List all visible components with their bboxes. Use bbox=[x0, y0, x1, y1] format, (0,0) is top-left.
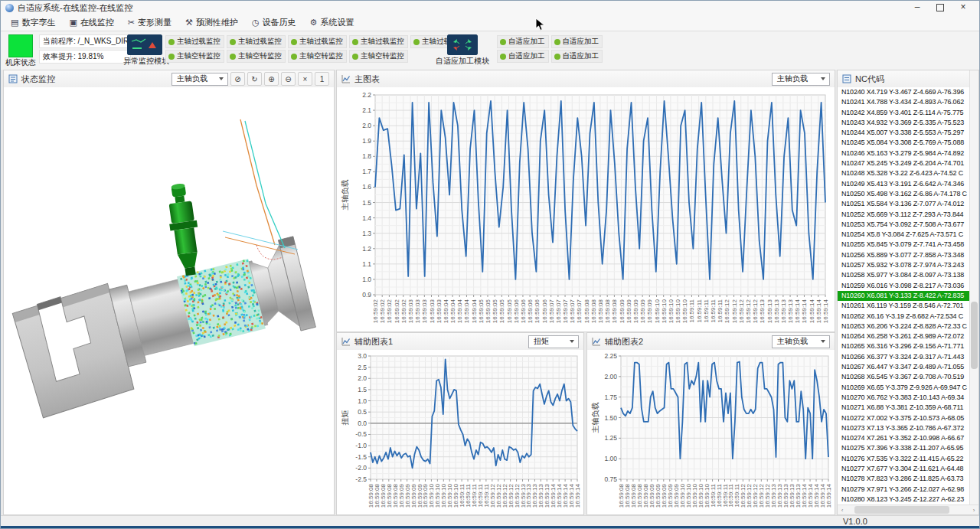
aux-chart2-canvas[interactable]: 0.751.001.251.501.752.002.2516:59:0816:5… bbox=[587, 350, 835, 514]
adaptive-machining-button[interactable]: 自适应加工 bbox=[497, 35, 549, 48]
nc-line[interactable]: N10261 X6.119 Y-3.159 Z-8.546 A-72.701 bbox=[838, 301, 978, 311]
nc-line[interactable]: N10251 X5.584 Y-3.136 Z-7.077 A-74.012 bbox=[838, 199, 978, 209]
scroll-track[interactable] bbox=[847, 505, 969, 514]
nc-line[interactable]: N10242 X4.859 Y-3.401 Z-5.114 A-75.775 bbox=[838, 108, 978, 118]
adaptive-machining-label: 自适应加工 bbox=[563, 37, 599, 47]
menu-item-system-settings[interactable]: ⚙系统设置 bbox=[303, 15, 361, 30]
svg-text:16:59:12: 16:59:12 bbox=[731, 299, 738, 323]
nc-line[interactable]: N10263 X6.206 Y-3.224 Z-8.828 A-72.33 C bbox=[838, 322, 978, 331]
reset-view-icon[interactable]: ↻ bbox=[247, 72, 262, 86]
restore-button[interactable] bbox=[929, 0, 952, 15]
svg-text:2.25: 2.25 bbox=[604, 352, 617, 360]
aux-chart1-signal-select[interactable]: 扭矩 bbox=[528, 335, 579, 348]
nc-line[interactable]: N10247 X5.245 Y-3.249 Z-6.204 A-74.701 bbox=[838, 158, 978, 168]
nc-line[interactable]: N10256 X5.889 Y-3.077 Z-7.858 A-73.348 bbox=[838, 250, 978, 260]
menu-item-deformation-measure[interactable]: ✂变形测量 bbox=[121, 15, 178, 30]
nc-line[interactable]: N10258 X5.977 Y-3.084 Z-8.097 A-73.138 bbox=[838, 270, 978, 280]
svg-text:16:59:04: 16:59:04 bbox=[449, 299, 456, 323]
nc-line[interactable]: N10264 X6.258 Y-3.261 Z-8.989 A-72.072 bbox=[838, 331, 978, 341]
spindle-idle-monitor-button[interactable]: 主轴空转监控 bbox=[288, 50, 347, 63]
spindle-idle-monitor-label: 主轴空转监控 bbox=[177, 51, 220, 61]
svg-text:2.5: 2.5 bbox=[358, 364, 367, 371]
nc-line[interactable]: N10253 X5.754 Y-3.092 Z-7.508 A-73.677 bbox=[838, 220, 978, 230]
minimize-button[interactable]: – bbox=[906, 0, 929, 15]
scrollbar-thumb[interactable] bbox=[971, 302, 978, 369]
nc-line[interactable]: N10272 X7.002 Y-3.375 Z-10.573 A-68.05 bbox=[838, 413, 978, 423]
nc-code-list[interactable]: N10240 X4.719 Y-3.467 Z-4.669 A-76.396N1… bbox=[838, 87, 978, 505]
scroll-right-arrow[interactable]: › bbox=[969, 507, 978, 514]
nc-line[interactable]: N10262 X6.16 Y-3.19 Z-8.682 A-72.534 C bbox=[838, 312, 978, 322]
abnormal-monitor-module[interactable]: 异常监控模块 bbox=[123, 34, 166, 67]
status-panel-header: 状态监控 主轴负载 ⊘↻⊕⊖×1 bbox=[4, 70, 334, 88]
nc-line[interactable]: N10241 X4.788 Y-3.434 Z-4.893 A-76.062 bbox=[838, 97, 978, 107]
svg-text:16:59:09: 16:59:09 bbox=[639, 299, 646, 323]
adaptive-machining-module[interactable]: 自适应加工模块 bbox=[434, 34, 491, 67]
nc-line[interactable]: N10246 X5.163 Y-3.279 Z-5.984 A-74.892 bbox=[838, 149, 978, 158]
nc-line[interactable]: N10249 X5.413 Y-3.191 Z-6.642 A-74.346 bbox=[838, 179, 978, 189]
nc-line[interactable]: N10279 X7.971 Y-3.266 Z-12.027 A-62.98 bbox=[838, 485, 978, 495]
adaptive-machining-button[interactable]: 自适应加工 bbox=[497, 50, 549, 63]
main-chart-signal-select[interactable]: 主轴负载 bbox=[772, 73, 830, 86]
nc-line[interactable]: N10270 X6.762 Y-3.383 Z-10.143 A-69.34 bbox=[838, 393, 978, 403]
chevron-down-icon bbox=[570, 340, 574, 343]
spindle-idle-monitor-button[interactable]: 主轴空转监控 bbox=[349, 50, 408, 63]
main-chart-canvas[interactable]: 0.91.01.11.21.31.41.51.61.71.81.92.02.12… bbox=[337, 87, 835, 331]
menu-item-online-monitor[interactable]: ▣在线监控 bbox=[62, 15, 120, 30]
nc-line[interactable]: N10276 X7.535 Y-3.322 Z-11.415 A-65.22 bbox=[838, 454, 978, 464]
nc-horizontal-scrollbar[interactable]: ‹ › bbox=[838, 505, 978, 514]
nc-line[interactable]: N10267 X6.447 Y-3.347 Z-9.489 A-71.055 bbox=[838, 362, 978, 372]
menu-item-digital-twin[interactable]: ▤数字孪生 bbox=[4, 15, 62, 30]
nc-line[interactable]: N10277 X7.677 Y-3.304 Z-11.621 A-64.48 bbox=[838, 464, 978, 474]
spindle-overload-monitor-button[interactable]: 主轴过载监控 bbox=[165, 35, 224, 48]
scroll-left-arrow[interactable]: ‹ bbox=[838, 507, 847, 514]
status-dot-icon bbox=[291, 54, 297, 60]
svg-text:16:59:03: 16:59:03 bbox=[436, 299, 443, 323]
spindle-overload-monitor-button[interactable]: 主轴过载监控 bbox=[349, 35, 408, 48]
nc-line[interactable]: N10244 X5.007 Y-3.338 Z-5.553 A-75.297 bbox=[838, 128, 978, 138]
menu-item-device-history[interactable]: ◷设备历史 bbox=[245, 15, 303, 30]
menu-item-predictive-maintenance[interactable]: ⚒预测性维护 bbox=[178, 15, 245, 30]
nc-line[interactable]: N10248 X5.328 Y-3.22 Z-6.423 A-74.52 C bbox=[838, 168, 978, 178]
view-count-button[interactable]: 1 bbox=[315, 72, 329, 86]
zoom-out-icon[interactable]: ⊖ bbox=[281, 72, 296, 86]
nc-line[interactable]: N10275 X7.396 Y-3.338 Z-11.207 A-65.95 bbox=[838, 443, 978, 453]
spindle-idle-monitor-button[interactable]: 主轴空转监控 bbox=[165, 50, 224, 63]
machine-3d-view[interactable] bbox=[4, 87, 334, 514]
nc-line[interactable]: N10268 X6.545 Y-3.367 Z-9.708 A-70.519 bbox=[838, 372, 978, 382]
menu-item-label: 系统设置 bbox=[320, 17, 354, 28]
nc-line[interactable]: N10243 X4.932 Y-3.369 Z-5.335 A-75.523 bbox=[838, 118, 978, 128]
nc-line[interactable]: N10269 X6.65 Y-3.379 Z-9.926 A-69.947 C bbox=[838, 383, 978, 393]
nc-line[interactable]: N10240 X4.719 Y-3.467 Z-4.669 A-76.396 bbox=[838, 87, 978, 97]
aux-chart2-signal-select[interactable]: 主轴负载 bbox=[772, 335, 830, 348]
nc-line[interactable]: N10265 X6.316 Y-3.296 Z-9.156 A-71.771 bbox=[838, 341, 978, 351]
nc-line[interactable]: N10254 X5.8 Y-3.084 Z-7.625 A-73.571 C bbox=[838, 230, 978, 240]
nc-line[interactable]: N10245 X5.084 Y-3.308 Z-5.769 A-75.088 bbox=[838, 138, 978, 148]
aux-chart1-canvas[interactable]: -2.5-2.0-1.5-1.0-0.50.00.51.01.52.02.53.… bbox=[337, 350, 583, 514]
nc-line[interactable]: N10250 X5.498 Y-3.162 Z-6.86 A-74.178 C bbox=[838, 189, 978, 199]
nc-line[interactable]: N10266 X6.377 Y-3.324 Z-9.317 A-71.443 bbox=[838, 352, 978, 362]
zoom-in-icon[interactable]: ⊕ bbox=[264, 72, 279, 86]
spindle-idle-monitor-button[interactable]: 主轴空转监控 bbox=[227, 50, 286, 63]
fit-view-icon[interactable]: × bbox=[298, 72, 312, 86]
nc-line[interactable]: N10271 X6.88 Y-3.381 Z-10.359 A-68.711 bbox=[838, 403, 978, 413]
nc-line[interactable]: N10252 X5.669 Y-3.112 Z-7.293 A-73.844 bbox=[838, 210, 978, 220]
status-signal-select[interactable]: 主轴负载 bbox=[172, 73, 228, 86]
nc-line-selected[interactable]: N10260 X6.081 Y-3.133 Z-8.422 A-72.835 bbox=[838, 291, 978, 301]
nc-line[interactable]: N10274 X7.261 Y-3.352 Z-10.998 A-66.67 bbox=[838, 433, 978, 443]
adaptive-machining-button[interactable]: 自适应加工 bbox=[551, 35, 603, 48]
spindle-overload-monitor-button[interactable]: 主轴过载监控 bbox=[227, 35, 286, 48]
svg-text:16:59:11: 16:59:11 bbox=[688, 299, 695, 322]
nc-line[interactable]: N10278 X7.823 Y-3.286 Z-11.825 A-63.73 bbox=[838, 474, 978, 484]
pan-icon[interactable]: ⊘ bbox=[230, 72, 245, 86]
nc-vertical-scrollbar[interactable] bbox=[969, 70, 978, 514]
svg-text:0.0: 0.0 bbox=[358, 420, 367, 427]
nc-line[interactable]: N10280 X8.123 Y-3.245 Z-12.227 A-62.23 bbox=[838, 495, 978, 505]
adaptive-machining-button[interactable]: 自适应加工 bbox=[551, 50, 603, 63]
close-button[interactable]: × bbox=[952, 0, 975, 15]
nc-line[interactable]: N10255 X5.845 Y-3.079 Z-7.741 A-73.458 bbox=[838, 240, 978, 250]
nc-line[interactable]: N10259 X6.016 Y-3.098 Z-8.217 A-73.036 bbox=[838, 281, 978, 291]
nc-line[interactable]: N10273 X7.13 Y-3.365 Z-10.786 A-67.372 bbox=[838, 423, 978, 433]
nc-line[interactable]: N10257 X5.932 Y-3.078 Z-7.974 A-73.243 bbox=[838, 260, 978, 270]
scrollbar-thumb[interactable] bbox=[854, 506, 950, 514]
spindle-overload-monitor-button[interactable]: 主轴过载监控 bbox=[288, 35, 347, 48]
